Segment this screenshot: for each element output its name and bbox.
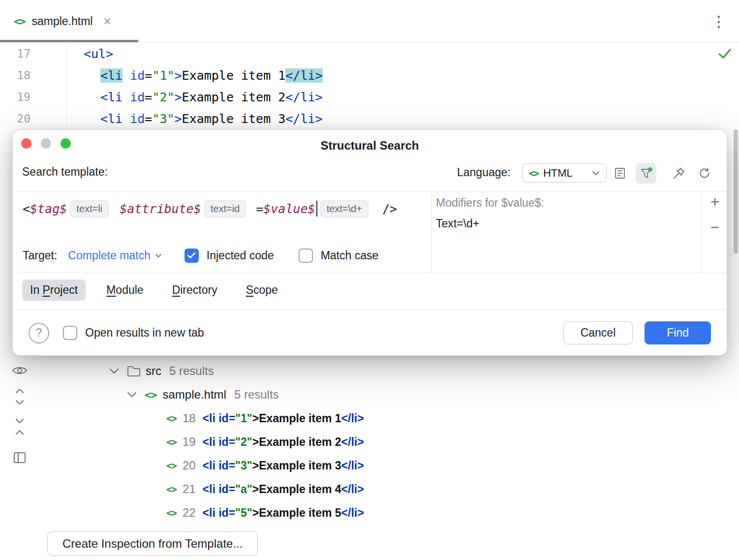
dialog-title: Structural Search bbox=[13, 139, 727, 153]
file-name: sample.html bbox=[163, 388, 226, 402]
pin-icon[interactable] bbox=[669, 163, 689, 184]
result-count: 5 results bbox=[234, 388, 279, 402]
injected-code-checkbox[interactable]: Injected code bbox=[185, 249, 274, 263]
divider bbox=[13, 191, 727, 192]
divider bbox=[431, 191, 431, 273]
cancel-button[interactable]: Cancel bbox=[563, 321, 633, 344]
folder-name: src bbox=[146, 364, 161, 378]
template-text: /> bbox=[382, 202, 397, 216]
template-variable-value[interactable]: $value$ bbox=[263, 202, 315, 216]
more-options-icon[interactable]: ⋮ bbox=[711, 12, 726, 30]
search-result-row[interactable]: <> 21 <li id="a">Example item 4</li> bbox=[166, 477, 739, 501]
gutter-divider bbox=[66, 43, 67, 129]
tab-title: sample.html bbox=[32, 15, 93, 28]
tab-sample-html[interactable]: <> sample.html × bbox=[0, 0, 123, 42]
help-button[interactable]: ? bbox=[29, 323, 49, 343]
code-editor[interactable]: 17 <ul> 18 <li id="1">Example item 1</li… bbox=[0, 43, 739, 129]
tag-usage-icon: <> bbox=[166, 484, 177, 495]
line-number: 20 bbox=[0, 112, 66, 125]
result-line-number: 22 bbox=[183, 506, 196, 520]
tree-node-file[interactable]: <> sample.html 5 results bbox=[127, 383, 739, 406]
tag-usage-icon: <> bbox=[166, 413, 177, 424]
search-result-row[interactable]: <> 19 <li id="2">Example item 2</li> bbox=[166, 430, 739, 454]
match-case-label: Match case bbox=[321, 249, 379, 262]
chevron-down-icon bbox=[155, 253, 162, 258]
editor-line: 20 <li id="3">Example item 3</li> bbox=[0, 108, 739, 129]
search-result-row[interactable]: <> 20 <li id="3">Example item 3</li> bbox=[166, 454, 739, 477]
editor-tab-bar: <> sample.html × ⋮ bbox=[0, 0, 739, 42]
checkbox-unchecked[interactable] bbox=[299, 249, 313, 263]
result-code: <li id="2">Example item 2</li> bbox=[203, 436, 364, 449]
scrollbar[interactable] bbox=[734, 129, 738, 254]
template-variable-tag[interactable]: $tag$ bbox=[30, 202, 67, 216]
scope-tab-directory[interactable]: Directory bbox=[164, 280, 225, 301]
results-tree: src 5 results <> sample.html 5 results <… bbox=[0, 359, 739, 525]
result-code: <li id="a">Example item 4</li> bbox=[203, 483, 364, 496]
code-text: <ul> bbox=[84, 47, 113, 61]
scope-tab-module[interactable]: Module bbox=[98, 280, 151, 301]
checkbox-checked[interactable] bbox=[185, 249, 199, 263]
code-text: <li id="2">Example item 2</li> bbox=[100, 90, 323, 104]
filter-chip-attribute[interactable]: text=id bbox=[204, 200, 246, 218]
html-icon: <> bbox=[529, 168, 538, 179]
filter-icon[interactable] bbox=[636, 163, 656, 184]
active-tab-indicator bbox=[0, 40, 138, 42]
reset-icon[interactable] bbox=[694, 163, 715, 184]
template-text: = bbox=[256, 202, 263, 216]
template-variable-attribute[interactable]: $attribute$ bbox=[120, 202, 201, 216]
code-text: <li id="3">Example item 3</li> bbox=[100, 112, 323, 126]
editor-line: 18 <li id="1">Example item 1</li> bbox=[0, 64, 739, 86]
tag-usage-icon: <> bbox=[166, 436, 177, 447]
scope-tab-scope[interactable]: Scope bbox=[238, 280, 286, 301]
inspections-ok-icon[interactable] bbox=[717, 47, 732, 62]
search-result-row[interactable]: <> 22 <li id="5">Example item 5</li> bbox=[166, 501, 739, 525]
divider bbox=[13, 273, 727, 273]
line-number: 18 bbox=[0, 69, 66, 82]
structural-search-dialog: Structural Search Search template: Langu… bbox=[12, 129, 727, 356]
result-line-number: 20 bbox=[183, 459, 196, 472]
search-results-panel: src 5 results <> sample.html 5 results <… bbox=[0, 356, 739, 560]
language-value: HTML bbox=[543, 167, 573, 180]
injected-code-label: Injected code bbox=[207, 249, 274, 262]
remove-modifier-button[interactable]: − bbox=[704, 219, 726, 235]
html-file-icon: <> bbox=[14, 15, 25, 28]
add-modifier-button[interactable]: + bbox=[704, 194, 726, 210]
language-label: Language: bbox=[457, 166, 511, 179]
search-template-editor[interactable]: < $tag$ text=li $attribute$ text=id = $v… bbox=[23, 198, 397, 219]
tag-usage-icon: <> bbox=[166, 460, 177, 471]
filter-chip-value[interactable]: text=\d+ bbox=[320, 200, 369, 218]
close-tab-icon[interactable]: × bbox=[103, 14, 111, 29]
dialog-footer: ? Open results in new tab Cancel Find bbox=[13, 310, 727, 356]
scope-tab-in-project[interactable]: In Project bbox=[22, 280, 86, 301]
checkbox-unchecked[interactable] bbox=[63, 326, 77, 340]
folder-icon bbox=[127, 365, 141, 377]
chevron-down-icon[interactable] bbox=[127, 392, 137, 398]
result-count: 5 results bbox=[169, 364, 214, 378]
language-select[interactable]: <> HTML bbox=[522, 163, 607, 183]
result-line-number: 19 bbox=[183, 435, 196, 449]
match-case-checkbox[interactable]: Match case bbox=[299, 249, 379, 263]
result-line-number: 21 bbox=[183, 482, 196, 496]
chevron-down-icon bbox=[592, 171, 600, 176]
target-select[interactable]: Complete match bbox=[68, 249, 161, 262]
find-button[interactable]: Find bbox=[645, 321, 711, 344]
ide-window: <> sample.html × ⋮ 17 <ul> 18 <li id="1"… bbox=[0, 0, 739, 560]
tree-node-src[interactable]: src 5 results bbox=[109, 359, 739, 383]
open-results-checkbox[interactable]: Open results in new tab bbox=[63, 326, 204, 340]
chevron-down-icon[interactable] bbox=[109, 368, 119, 374]
filter-chip-tag[interactable]: text=li bbox=[70, 200, 109, 218]
search-result-row[interactable]: <> 18 <li id="1">Example item 1</li> bbox=[166, 406, 739, 430]
scope-tabs: In Project Module Directory Scope bbox=[22, 279, 286, 301]
line-number: 17 bbox=[0, 47, 66, 60]
saved-templates-icon[interactable] bbox=[610, 163, 630, 184]
code-text: <li id="1">Example item 1</li> bbox=[100, 68, 323, 83]
line-number: 19 bbox=[0, 91, 66, 103]
editor-line: 17 <ul> bbox=[0, 43, 739, 64]
target-row: Target: Complete match Injected code Mat… bbox=[23, 244, 378, 267]
create-inspection-button[interactable]: Create Inspection from Template... bbox=[47, 531, 258, 556]
modifiers-text[interactable]: Text=\d+ bbox=[436, 217, 544, 230]
result-code: <li id="5">Example item 5</li> bbox=[203, 506, 364, 520]
result-line-number: 18 bbox=[183, 411, 196, 425]
tag-usage-icon: <> bbox=[166, 507, 177, 518]
text-caret bbox=[316, 201, 317, 217]
